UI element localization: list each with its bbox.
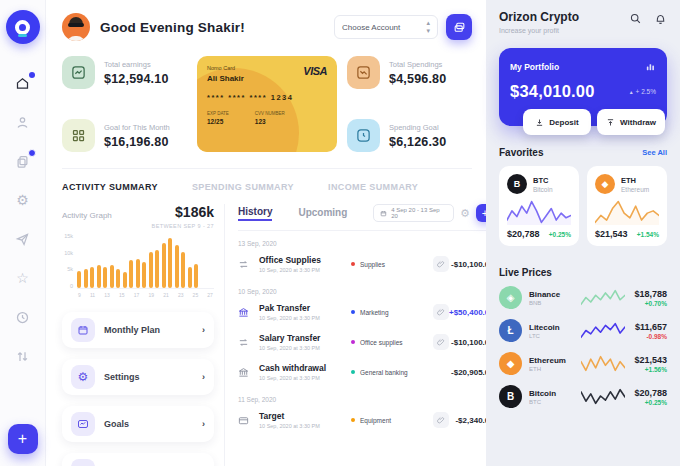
stat-spending-goal[interactable]: Spending Goal $6,126.30 bbox=[347, 119, 472, 152]
sidebar-item-send[interactable] bbox=[14, 230, 32, 248]
portfolio-change: + 2.5% bbox=[636, 88, 656, 95]
deposit-button[interactable]: Deposit bbox=[523, 109, 591, 135]
user-avatar[interactable] bbox=[62, 13, 90, 41]
download-icon bbox=[535, 118, 544, 127]
favorite-card-btc[interactable]: B BTC Bitcoin $20,788 +0.25% bbox=[499, 166, 579, 246]
see-all-link[interactable]: See All bbox=[642, 148, 667, 157]
menu-item-settings[interactable]: ⚙ Settings › bbox=[62, 359, 214, 395]
greeting-text: Good Evening Shakir! bbox=[100, 20, 245, 35]
tag-dot bbox=[351, 262, 355, 266]
coin-change: +1.56% bbox=[634, 366, 667, 373]
credit-card[interactable]: Nomo Card Ali Shakir VISA **** **** ****… bbox=[197, 56, 337, 152]
menu-item-monthly-plan[interactable]: Monthly Plan › bbox=[62, 312, 214, 348]
account-select[interactable]: Choose Account ▴▾ bbox=[334, 15, 438, 39]
date-range-picker[interactable]: 4 Sep 20 - 13 Sep 20 bbox=[373, 204, 454, 222]
send-icon bbox=[15, 232, 30, 247]
sidebar-item-documents[interactable] bbox=[14, 152, 32, 170]
activity-graph-title: Activity Graph bbox=[62, 211, 112, 220]
activity-bar bbox=[116, 269, 120, 288]
activity-x-labels: 9111315171921232527 bbox=[77, 292, 214, 298]
crypto-panel: Orizon Crypto Increase your profit My Po… bbox=[486, 0, 680, 466]
stat-goal-month[interactable]: Goal for This Month $16,196.80 bbox=[62, 119, 187, 152]
coin-name: Ethereum bbox=[529, 356, 581, 365]
exp-label: EXP DATE bbox=[207, 111, 229, 116]
attachment-button[interactable] bbox=[433, 304, 449, 320]
withdraw-button[interactable]: Withdraw bbox=[597, 109, 665, 135]
main-content: Good Evening Shakir! Choose Account ▴▾ T… bbox=[46, 0, 486, 466]
activity-bar bbox=[103, 267, 107, 288]
sidebar-item-history[interactable] bbox=[14, 308, 32, 326]
menu-item-shopping[interactable]: Shopping › bbox=[62, 453, 214, 466]
attachment-button[interactable] bbox=[433, 412, 449, 428]
clock-icon bbox=[356, 128, 371, 143]
home-icon bbox=[15, 76, 30, 91]
tag-dot bbox=[351, 310, 355, 314]
coin-change: +0.25% bbox=[549, 231, 571, 238]
coin-symbol: ETH bbox=[621, 176, 649, 185]
stat-value: $12,594.10 bbox=[104, 72, 169, 86]
transaction-row[interactable]: Salary Transfer 10 Sep, 2020 at 3:30 PM … bbox=[238, 327, 494, 357]
activity-bar bbox=[175, 245, 179, 288]
transaction-title: Pak Transfer bbox=[259, 303, 351, 313]
favorite-card-eth[interactable]: ◆ ETH Ethereum $21,543 +1.54% bbox=[587, 166, 667, 246]
stat-total-spendings[interactable]: Total Spendings $4,596.80 bbox=[347, 56, 472, 89]
tab-upcoming[interactable]: Upcoming bbox=[298, 207, 347, 220]
sidebar-item-favorites[interactable]: ☆ bbox=[14, 269, 32, 287]
activity-bar bbox=[149, 252, 153, 288]
coin-symbol: BTC bbox=[533, 176, 553, 185]
transaction-row[interactable]: Target 10 Sep, 2020 at 3:30 PM Equipment… bbox=[238, 405, 494, 435]
bell-icon[interactable] bbox=[654, 12, 667, 25]
sort-icon bbox=[15, 349, 30, 364]
sidebar-item-home[interactable] bbox=[14, 74, 32, 92]
coin-name: Bitcoin bbox=[529, 389, 581, 398]
cards-button[interactable] bbox=[446, 14, 472, 40]
attachment-button[interactable] bbox=[433, 256, 449, 272]
live-price-row-litecoin[interactable]: Ł Litecoin LTC $11,657 -0.98% bbox=[499, 319, 667, 342]
portfolio-card[interactable]: My Portfolio $34,010.00 ▲+ 2.5% Deposit … bbox=[499, 48, 667, 126]
sidebar-item-settings[interactable]: ⚙ bbox=[14, 191, 32, 209]
stat-total-earnings[interactable]: Total earnings $12,594.10 bbox=[62, 56, 187, 89]
transaction-row[interactable]: Office Supplies 10 Sep, 2020 at 3:30 PM … bbox=[238, 249, 494, 279]
tab-history[interactable]: History bbox=[238, 206, 272, 221]
activity-bar bbox=[188, 267, 192, 288]
coin-name: Ethereum bbox=[621, 186, 649, 193]
home-notification-dot bbox=[29, 72, 35, 78]
sidebar-item-profile[interactable] bbox=[14, 113, 32, 131]
transaction-row[interactable]: Pak Transfer 10 Sep, 2020 at 3:30 PM Mar… bbox=[238, 297, 494, 327]
transaction-time: 10 Sep, 2020 at 3:30 PM bbox=[259, 267, 351, 273]
transactions-settings-button[interactable]: ⚙ bbox=[460, 207, 470, 220]
chevron-right-icon: › bbox=[202, 372, 205, 382]
search-icon[interactable] bbox=[629, 12, 642, 25]
account-select-value: Choose Account bbox=[342, 23, 400, 32]
live-price-row-binance[interactable]: ◈ Binance BNB $18,788 +0.70% bbox=[499, 286, 667, 309]
sidebar-item-transactions[interactable] bbox=[14, 347, 32, 365]
transaction-row[interactable]: Cash withdrawal 10 Sep, 2020 at 3:30 PM … bbox=[238, 357, 494, 387]
sidebar-add-button[interactable]: + bbox=[8, 424, 38, 454]
header-actions: Choose Account ▴▾ bbox=[334, 14, 472, 40]
transaction-title: Cash withdrawal bbox=[259, 363, 351, 373]
activity-bar bbox=[181, 252, 185, 288]
bitcoin-icon: B bbox=[499, 385, 522, 408]
coin-symbol: BNB bbox=[529, 300, 581, 306]
stat-label: Total earnings bbox=[104, 60, 169, 69]
tab-spending-summary[interactable]: SPENDING SUMMARY bbox=[192, 182, 294, 192]
transaction-time: 10 Sep, 2020 at 3:30 PM bbox=[259, 315, 351, 321]
wallet-icon bbox=[453, 21, 466, 34]
logo-accent bbox=[18, 34, 27, 37]
tag-dot bbox=[351, 370, 355, 374]
orizon-logo[interactable] bbox=[6, 10, 40, 44]
menu-item-goals[interactable]: Goals › bbox=[62, 406, 214, 442]
paperclip-icon bbox=[437, 260, 445, 268]
tab-income-summary[interactable]: INCOME SUMMARY bbox=[328, 182, 418, 192]
attachment-button[interactable] bbox=[433, 334, 449, 350]
live-price-row-bitcoin[interactable]: B Bitcoin BTC $20,788 +0.25% bbox=[499, 385, 667, 408]
activity-bar bbox=[136, 259, 140, 288]
transactions-section: History Upcoming 4 Sep 20 - 13 Sep 20 ⚙ … bbox=[224, 204, 494, 466]
binance-sparkline bbox=[581, 289, 625, 306]
activity-bars bbox=[77, 233, 214, 289]
swap-icon bbox=[238, 337, 249, 348]
eth-sparkline bbox=[595, 199, 659, 225]
coin-name: Litecoin bbox=[529, 323, 581, 332]
tab-activity-summary[interactable]: ACTIVITY SUMMARY bbox=[62, 182, 158, 192]
live-price-row-ethereum[interactable]: ◆ Ethereum ETH $21,543 +1.56% bbox=[499, 352, 667, 375]
